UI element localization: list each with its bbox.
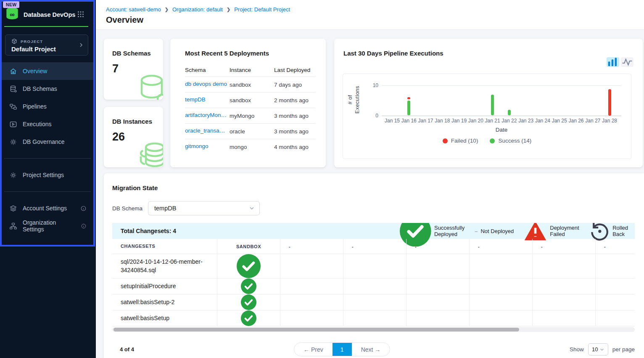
db-instances-count: 26 bbox=[112, 130, 125, 143]
chart-bar-success bbox=[491, 95, 494, 115]
legend-not-deployed: – Not Deployed bbox=[475, 228, 514, 234]
table-row: gitmongo mongo 4 months ago bbox=[185, 139, 315, 154]
sidebar-item-pipelines[interactable]: Pipelines bbox=[2, 98, 93, 115]
new-badge: NEW bbox=[3, 1, 19, 8]
sidebar-item-db-governance[interactable]: DB Governance bbox=[2, 133, 93, 151]
page-size-select[interactable]: 10 bbox=[588, 343, 608, 355]
column-header: - bbox=[343, 239, 406, 254]
sandbox-status-cell bbox=[217, 254, 280, 278]
prev-button[interactable]: ← Prev bbox=[294, 343, 333, 356]
sidebar-item-label: Project Settings bbox=[23, 172, 64, 178]
info-icon[interactable] bbox=[81, 223, 87, 229]
column-header: Schema bbox=[185, 67, 230, 73]
column-header: SANDBOX bbox=[217, 239, 280, 254]
changesets-table: Total Changesets: 4 Successfully Deploye… bbox=[112, 223, 635, 326]
column-header: - bbox=[280, 239, 343, 254]
y-axis-tick: 10 bbox=[369, 82, 378, 88]
sidebar-item-account-settings[interactable]: Account Settings bbox=[2, 199, 93, 217]
project-cube-icon bbox=[11, 38, 17, 44]
column-header: CHANGESETS bbox=[112, 239, 217, 254]
schema-link[interactable]: db devops demo bbox=[185, 81, 227, 87]
table-row: db devops demo sandbox 7 days ago bbox=[185, 77, 315, 92]
sandbox-status-cell bbox=[217, 310, 280, 326]
home-icon bbox=[9, 67, 17, 75]
db-schemas-card: DB Schemas 7 bbox=[104, 39, 163, 100]
sidebar-item-organization-settings[interactable]: Organization Settings bbox=[2, 217, 93, 235]
db-schema-select[interactable]: tempDB bbox=[148, 201, 260, 215]
chart-bar-failed bbox=[608, 89, 611, 116]
legend-label: Success (14) bbox=[498, 138, 531, 144]
breadcrumb-org-link[interactable]: Organization: default bbox=[172, 6, 223, 13]
migration-state-panel: Migration State DB Schema tempDB Total C… bbox=[104, 173, 644, 358]
chart-bar-success bbox=[407, 101, 410, 115]
chevron-right-icon bbox=[79, 42, 84, 48]
instance-cell: sandbox bbox=[230, 97, 274, 103]
scrollbar-thumb[interactable] bbox=[113, 328, 519, 331]
module-grid-icon[interactable] bbox=[77, 11, 84, 18]
sidebar-item-overview[interactable]: Overview bbox=[2, 62, 93, 80]
org-chart-icon bbox=[9, 222, 17, 230]
schema-link[interactable]: oracle_transact... bbox=[185, 127, 227, 134]
legend-item-failed: Failed (10) bbox=[443, 138, 478, 144]
chart-type-toggles bbox=[607, 57, 633, 67]
pagination: ← Prev 1 Next → bbox=[294, 342, 390, 356]
column-header: - bbox=[533, 239, 596, 254]
last-deployed-cell: 7 days ago bbox=[274, 82, 315, 88]
next-button[interactable]: Next → bbox=[352, 343, 390, 356]
check-circle-icon bbox=[217, 294, 280, 310]
column-header: - bbox=[470, 239, 533, 254]
sidebar-item-label: DB Governance bbox=[23, 138, 65, 145]
table-row: tempDB sandbox 2 months ago bbox=[185, 92, 315, 108]
divider bbox=[4, 191, 91, 192]
db-instances-card: DB Instances 26 bbox=[104, 107, 163, 167]
y-axis-tick: 0 bbox=[369, 113, 378, 119]
check-circle-icon bbox=[217, 254, 280, 278]
schema-link[interactable]: gitmongo bbox=[185, 143, 209, 149]
project-selector[interactable]: PROJECT Default Project bbox=[5, 34, 88, 56]
schema-link[interactable]: tempDB bbox=[185, 96, 206, 103]
last-deployed-cell: 2 months ago bbox=[274, 97, 315, 103]
x-axis-line bbox=[382, 116, 621, 116]
line-chart-toggle-icon[interactable] bbox=[621, 57, 633, 67]
sidebar-item-executions[interactable]: Executions bbox=[2, 115, 93, 133]
y-axis-label: # of Executions bbox=[347, 85, 361, 115]
table-header-row: CHANGESETS SANDBOX - - - - - - bbox=[112, 239, 635, 254]
sandbox-status-cell bbox=[217, 294, 280, 310]
last-deployed-cell: 3 months ago bbox=[274, 113, 315, 119]
sidebar-item-label: Organization Settings bbox=[23, 219, 75, 233]
page-1-button[interactable]: 1 bbox=[333, 342, 352, 356]
governance-gear-icon bbox=[9, 138, 17, 146]
sidebar-item-label: Account Settings bbox=[23, 205, 67, 212]
gear-icon bbox=[9, 171, 17, 179]
rollback-icon bbox=[589, 223, 610, 241]
legend-label: Failed (10) bbox=[451, 138, 478, 144]
bar-chart-toggle-icon[interactable] bbox=[607, 57, 619, 67]
page-size-control: Show 10 per page bbox=[570, 343, 635, 355]
breadcrumb-project-link[interactable]: Project: Default Project bbox=[234, 6, 290, 13]
chart-plot-area: # of Executions Date Failed (10) Success… bbox=[343, 74, 631, 159]
column-header: - bbox=[406, 239, 470, 254]
changeset-name: setupInitialProcedure bbox=[112, 278, 217, 294]
sandbox-status-cell bbox=[217, 278, 280, 294]
changeset-name: satwell:basisSetup-2 bbox=[112, 294, 217, 310]
sidebar-item-db-schemas[interactable]: DB Schemas bbox=[2, 80, 93, 98]
gridline bbox=[382, 85, 621, 86]
x-axis-tick: Jan 28 bbox=[598, 118, 621, 124]
divider bbox=[4, 158, 91, 159]
table-row: artifactoryMongo myMongo 3 months ago bbox=[185, 108, 315, 123]
sidebar-item-project-settings[interactable]: Project Settings bbox=[2, 166, 93, 184]
deployments-table: Schema Instance Last Deployed db devops … bbox=[185, 63, 315, 154]
schema-link[interactable]: artifactoryMongo bbox=[185, 112, 227, 118]
per-page-label: per page bbox=[612, 346, 635, 353]
check-circle-icon bbox=[217, 310, 280, 326]
breadcrumb: Account: satwell-demo ❯ Organization: de… bbox=[106, 6, 290, 13]
layers-icon bbox=[9, 204, 17, 212]
changeset-row: setupInitialProcedure bbox=[112, 278, 635, 294]
chart-legend: Failed (10) Success (14) bbox=[343, 138, 631, 144]
section-title: Migration State bbox=[112, 184, 158, 191]
changeset-row: satwell:basisSetup bbox=[112, 310, 635, 326]
sidebar-item-label: Executions bbox=[23, 121, 51, 127]
info-icon[interactable] bbox=[80, 205, 87, 212]
app: ∞ Database DevOps PROJECT Default Projec… bbox=[0, 0, 644, 358]
breadcrumb-account-link[interactable]: Account: satwell-demo bbox=[106, 6, 161, 13]
